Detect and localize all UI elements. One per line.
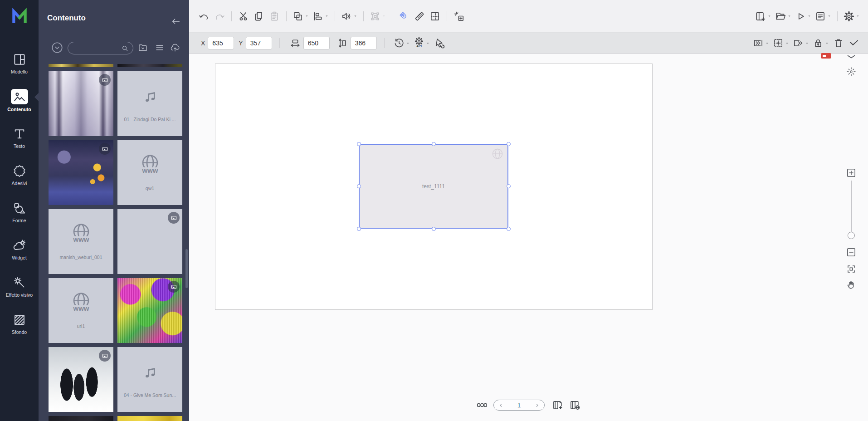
sidebar-item-effetto-visivo[interactable]: Effetto visivo — [0, 268, 39, 305]
api-gear-button[interactable]: API — [413, 36, 431, 50]
inspector-toolbar: X Y API — [189, 33, 868, 54]
history-button[interactable] — [393, 36, 411, 50]
sidebar-item-label: Testo — [14, 143, 25, 149]
trash-button[interactable] — [832, 36, 845, 50]
play-button[interactable] — [794, 9, 812, 24]
add-element-button[interactable] — [452, 9, 466, 24]
y-input[interactable] — [246, 37, 272, 49]
zoom-out-button[interactable] — [846, 247, 857, 258]
brand-logo[interactable] — [9, 5, 30, 25]
x-input[interactable] — [208, 37, 234, 49]
sidebar-item-adesivi[interactable]: Adesivi — [0, 156, 39, 193]
panel-scrollbar[interactable] — [185, 249, 188, 288]
escalator-photo[interactable] — [49, 71, 113, 136]
gear-button[interactable] — [843, 9, 861, 24]
selected-web-element[interactable]: test_1111 — [359, 144, 508, 229]
table-button[interactable] — [428, 9, 442, 24]
folder-icon[interactable] — [137, 42, 148, 53]
resize-handle[interactable] — [357, 184, 361, 188]
pages-overview-icon[interactable] — [476, 399, 488, 411]
send-backward-button[interactable] — [752, 36, 770, 50]
resize-handle[interactable] — [432, 227, 436, 231]
cloud-upload-icon[interactable] — [170, 42, 180, 53]
width-icon — [288, 36, 302, 50]
partial-photo[interactable] — [49, 64, 113, 67]
resize-handle[interactable] — [432, 142, 436, 146]
page-pager — [493, 400, 545, 411]
speaker-button[interactable] — [340, 9, 358, 24]
lock-button[interactable] — [812, 36, 830, 50]
app-window: ModelloContenutoTestoAdesiviFormeWidgetE… — [0, 0, 868, 421]
sidebar-item-widget[interactable]: Widget — [0, 230, 39, 268]
ruler-button[interactable] — [413, 9, 426, 24]
save-button[interactable] — [814, 9, 832, 24]
align-center-box-button[interactable] — [772, 36, 790, 50]
separator — [384, 38, 385, 48]
sidebar-item-label: Contenuto — [7, 107, 31, 112]
resize-handle[interactable] — [357, 142, 361, 146]
resize-handle[interactable] — [507, 184, 511, 188]
resize-handle[interactable] — [507, 227, 511, 231]
primary-sidebar: ModelloContenutoTestoAdesiviFormeWidgetE… — [0, 0, 39, 421]
web-url-item[interactable]: wwwqw1 — [117, 140, 182, 205]
new-layout-button[interactable] — [754, 9, 772, 24]
partial-photo[interactable] — [49, 416, 113, 421]
notification-badge[interactable] — [821, 53, 831, 59]
sidebar-item-testo[interactable]: Testo — [0, 119, 39, 156]
psychedelic-photo[interactable] — [117, 278, 182, 343]
partial-photo[interactable] — [117, 64, 182, 67]
sidebar-item-contenuto[interactable]: Contenuto — [0, 82, 39, 119]
zoom-in-button[interactable] — [846, 167, 857, 178]
zoom-slider-thumb[interactable] — [848, 232, 855, 239]
audio-item[interactable]: 01 - Zindagi Do Pal Ki ... — [117, 71, 182, 136]
check-button[interactable] — [847, 36, 861, 50]
media-library-scroll-area[interactable]: 01 - Zindagi Do Pal Ki ...wwwqw1wwwmanis… — [39, 64, 189, 421]
search-input[interactable] — [68, 45, 121, 51]
next-page-button[interactable] — [534, 402, 540, 408]
main-toolbar-right-group — [753, 9, 868, 24]
web-url-item[interactable]: wwwurl1 — [49, 278, 113, 343]
add-page-button[interactable] — [552, 399, 564, 411]
sidebar-item-label: Modello — [11, 69, 28, 74]
pan-hand-button[interactable] — [846, 279, 857, 290]
separator — [286, 11, 287, 21]
search-icon[interactable] — [121, 44, 129, 52]
align-button[interactable] — [312, 9, 330, 24]
y-label: Y — [239, 39, 243, 47]
audio-item[interactable]: 04 - Give Me Som Sun... — [117, 347, 182, 412]
previous-page-button[interactable] — [498, 402, 504, 408]
cursor-button[interactable] — [433, 36, 446, 50]
penguins-photo[interactable] — [49, 347, 113, 412]
magnet-button[interactable] — [397, 9, 411, 24]
copy-button[interactable] — [252, 9, 266, 24]
filter-dropdown-icon[interactable] — [51, 41, 63, 54]
zoom-slider-track[interactable] — [851, 181, 852, 232]
width-input[interactable] — [303, 37, 330, 49]
sidebar-item-modello[interactable]: Modello — [0, 44, 39, 82]
undo-button[interactable] — [197, 9, 211, 24]
sidebar-item-forme[interactable]: Forme — [0, 193, 39, 230]
widget-icon — [12, 238, 27, 253]
page-number-input[interactable] — [512, 401, 527, 409]
cut-button[interactable] — [237, 9, 250, 24]
collapse-panel-icon[interactable] — [171, 16, 181, 26]
shape-group-button[interactable] — [292, 9, 310, 24]
bring-forward-button[interactable] — [792, 36, 810, 50]
list-view-icon[interactable] — [154, 42, 165, 53]
height-input[interactable] — [351, 37, 377, 49]
collapse-toolbar-chevron-icon[interactable] — [846, 51, 857, 62]
open-folder-button[interactable] — [774, 9, 792, 24]
night-sky-photo[interactable] — [117, 209, 182, 274]
fit-to-screen-button[interactable] — [846, 264, 857, 274]
sidebar-item-sfondo[interactable]: Sfondo — [0, 305, 39, 342]
page-navigation — [476, 398, 581, 412]
locator-compass-icon[interactable] — [846, 66, 857, 77]
partial-photo[interactable] — [117, 416, 182, 421]
resize-handle[interactable] — [507, 142, 511, 146]
web-url-item[interactable]: wwwmanish_weburl_001 — [49, 209, 113, 274]
separator — [837, 11, 838, 21]
page-settings-button[interactable] — [569, 399, 581, 411]
canal-houses-photo[interactable] — [49, 140, 113, 205]
resize-handle[interactable] — [357, 227, 361, 231]
inspector-toolbar-left-group: X Y API — [189, 36, 751, 50]
